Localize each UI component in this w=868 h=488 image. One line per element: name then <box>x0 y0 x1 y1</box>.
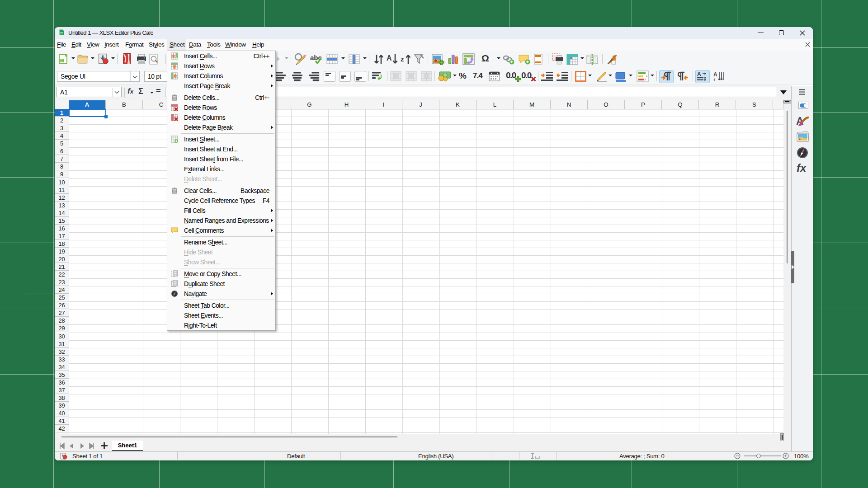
svg-text:A: A <box>697 71 701 77</box>
svg-text:A: A <box>713 71 717 78</box>
